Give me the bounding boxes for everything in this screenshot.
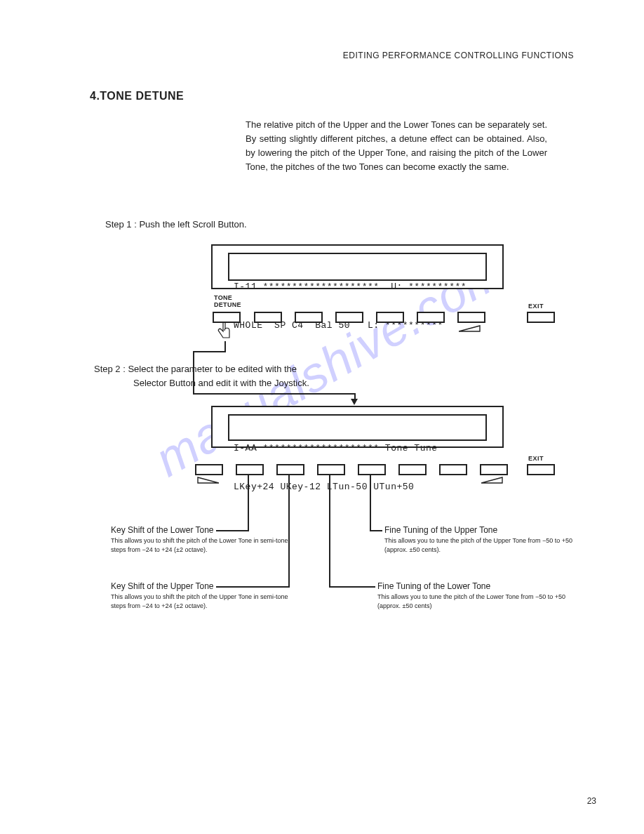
connector-vert-1 — [224, 341, 226, 351]
connector-horiz-2 — [193, 393, 356, 395]
callout-ukey-title: Key Shift of the Upper Tone — [111, 581, 293, 591]
button-2-7[interactable] — [439, 464, 467, 475]
lcd2-line2: LKey+24 UKey-12 LTun-50 UTun+50 — [234, 481, 481, 494]
lcd1-line1: I-11 ******************** U: ********** — [234, 281, 481, 293]
button-2-lkey[interactable] — [236, 464, 264, 475]
lcd2-line1: I-AA ******************** Tone Tune — [234, 442, 481, 455]
button-1-exit[interactable] — [527, 312, 555, 323]
button-1-4[interactable] — [335, 312, 363, 323]
callout-lkey: Key Shift of the Lower Tone This allows … — [111, 525, 293, 554]
scroll-right-icon-2 — [481, 475, 505, 487]
callout-utun-title: Fine Tuning of the Upper Tone — [384, 525, 574, 535]
lcd-inner-1: I-11 ******************** U: ********** … — [228, 253, 487, 281]
lcd-display-2: I-AA ******************** Tone Tune LKey… — [211, 406, 504, 448]
lcd-inner-2: I-AA ******************** Tone Tune LKey… — [228, 414, 487, 441]
scroll-right-icon — [459, 323, 481, 336]
button-1-scroll[interactable] — [457, 312, 485, 323]
tone-detune-label: TONE DETUNE — [214, 295, 241, 309]
conn-ltun-v — [329, 474, 330, 588]
button-2-ltun[interactable] — [317, 464, 345, 475]
button-1-5[interactable] — [376, 312, 404, 323]
svg-marker-1 — [198, 477, 219, 483]
page-number: 23 — [587, 796, 596, 806]
svg-marker-2 — [481, 477, 502, 483]
conn-utun-v — [370, 474, 371, 531]
callout-ltun-desc: This allows you to tune the pitch of the… — [377, 593, 574, 610]
exit-label-1: EXIT — [528, 303, 544, 310]
button-2-6[interactable] — [398, 464, 427, 475]
button-2-exit[interactable] — [527, 464, 555, 475]
arrowhead-icon — [351, 399, 358, 405]
button-1-6[interactable] — [417, 312, 445, 323]
page-header: EDITING PERFORMANCE CONTROLLING FUNCTION… — [343, 51, 574, 60]
button-2-ukey[interactable] — [276, 464, 304, 475]
button-2-utun[interactable] — [358, 464, 386, 475]
conn-utun-h — [370, 530, 382, 531]
svg-marker-0 — [459, 326, 480, 331]
lcd-display-1: I-11 ******************** U: ********** … — [211, 244, 504, 289]
connector-horiz-1 — [193, 351, 226, 352]
button-2-scroll-left[interactable] — [195, 464, 223, 475]
intro-paragraph: The relative pitch of the Upper and the … — [246, 118, 547, 175]
callout-ltun-title: Fine Tuning of the Lower Tone — [377, 581, 574, 591]
callout-ltun: Fine Tuning of the Lower Tone This allow… — [377, 581, 574, 610]
manual-page: manualshive.com EDITING PERFORMANCE CONT… — [0, 0, 644, 834]
callout-ukey-desc: This allows you to shift the pitch of th… — [111, 593, 293, 610]
button-2-scroll-right[interactable] — [480, 464, 508, 475]
conn-ltun-h — [329, 586, 375, 588]
step-1-text: Step 1 : Push the left Scroll Button. — [105, 219, 247, 230]
callout-lkey-desc: This allows you to shift the pitch of th… — [111, 536, 293, 554]
section-title: 4.TONE DETUNE — [90, 90, 184, 102]
callout-utun: Fine Tuning of the Upper Tone This allow… — [384, 525, 574, 554]
scroll-left-icon — [195, 475, 219, 487]
callout-utun-desc: This allows you to tune the pitch of the… — [384, 536, 574, 554]
callout-lkey-title: Key Shift of the Lower Tone — [111, 525, 293, 535]
callout-ukey: Key Shift of the Upper Tone This allows … — [111, 581, 293, 610]
button-1-2[interactable] — [254, 312, 282, 323]
step-2-text: Step 2 : Select the parameter to be edit… — [94, 362, 326, 390]
conn-lkey-v — [248, 474, 249, 531]
exit-label-2: EXIT — [528, 455, 544, 462]
button-1-3[interactable] — [295, 312, 323, 323]
